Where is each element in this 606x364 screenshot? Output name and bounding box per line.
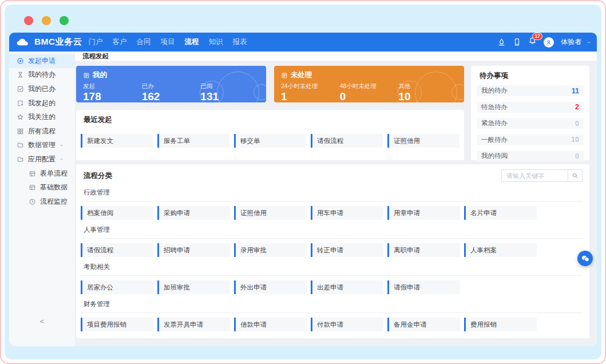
category-item[interactable]: 费用报销 <box>464 318 537 331</box>
category-section: 考勤相关居家办公加班审批外出申请出差申请请假申请 <box>81 263 583 294</box>
category-name: 人事管理 <box>84 225 583 234</box>
todo-rows: 我的待办11特急待办2紧急待办0一般待办10我的待阅0 <box>477 85 584 161</box>
logo: BMC业务云 <box>16 36 82 48</box>
sidebar-item[interactable]: 基础数据 <box>9 180 75 195</box>
sidebar-item[interactable]: 表单流程 <box>9 167 75 181</box>
nav-item[interactable]: 门户 <box>89 37 103 47</box>
sidebar-item[interactable]: 我关注的 <box>9 110 75 124</box>
avatar[interactable] <box>544 37 554 48</box>
category-item[interactable]: 招聘申请 <box>157 243 230 257</box>
nav-item[interactable]: 知识 <box>209 37 223 47</box>
app-body: 发起申请我的待办我的已办我发起的我关注的所有流程数据管理应用配置表单流程基础数据… <box>9 52 597 346</box>
sidebar-item-label: 我的已办 <box>28 84 56 94</box>
sidebar-item[interactable]: 我发起的 <box>9 96 75 110</box>
category-item[interactable]: 加班审批 <box>157 280 230 294</box>
chevron-down-icon <box>58 143 65 148</box>
todo-row[interactable]: 紧急待办0 <box>477 118 584 129</box>
divider <box>81 312 583 313</box>
wechat-float-button[interactable] <box>577 251 593 266</box>
sidebar-item[interactable]: 所有流程 <box>9 124 75 139</box>
my-stats-card-title: 我的 <box>93 70 107 80</box>
category-item[interactable]: 借款申请 <box>234 318 307 331</box>
nav-item[interactable]: 报表 <box>233 37 247 47</box>
nav-item[interactable]: 合同 <box>137 37 151 47</box>
todo-row[interactable]: 我的待办11 <box>477 85 584 96</box>
sidebar-collapse-button[interactable]: < <box>9 318 75 326</box>
todo-value: 10 <box>571 136 579 144</box>
nav-item[interactable]: 流程 <box>185 37 199 47</box>
stat-col: 48小时未处理0 <box>340 82 399 102</box>
stat-value: 1 <box>281 90 340 102</box>
category-item[interactable]: 档案借阅 <box>81 206 153 220</box>
category-item[interactable]: 转正申请 <box>311 243 383 257</box>
recent-item[interactable]: 新建发文 <box>81 134 153 148</box>
maximize-window-button[interactable] <box>60 16 69 25</box>
form-icon <box>83 72 90 79</box>
sidebar-item[interactable]: 我的已办 <box>9 82 75 96</box>
sidebar-item[interactable]: 我的待办 <box>9 68 75 82</box>
notifications-button[interactable]: 17 <box>528 37 537 48</box>
sidebar-item[interactable]: 流程监控 <box>9 195 75 209</box>
category-item[interactable]: 居家办公 <box>81 280 153 294</box>
recent-item[interactable]: 服务工单 <box>157 134 229 148</box>
search-button[interactable] <box>568 169 583 182</box>
todo-panel: 待办事项 我的待办11特急待办2紧急待办0一般待办10我的待阅0 <box>471 66 589 160</box>
category-item[interactable]: 请假流程 <box>81 243 153 257</box>
user-name[interactable]: 体验者 <box>561 37 581 47</box>
category-name: 考勤相关 <box>84 263 583 271</box>
todo-value: 0 <box>575 120 579 128</box>
sidebar-item[interactable]: 应用配置 <box>9 152 75 167</box>
category-item[interactable]: 人事档案 <box>464 243 537 257</box>
chevron-down-icon[interactable] <box>586 39 592 45</box>
category-items: 请假流程招聘申请录用审批转正申请离职申请人事档案 <box>81 243 583 257</box>
folder-icon <box>17 156 24 163</box>
category-item[interactable]: 发票开具申请 <box>157 318 230 331</box>
monitor-icon <box>29 198 36 205</box>
category-item[interactable]: 请假申请 <box>387 280 460 294</box>
stat-col: 已阅131 <box>200 82 259 102</box>
minimize-window-button[interactable] <box>42 16 51 25</box>
category-item[interactable]: 项目费用报销 <box>81 318 153 331</box>
category-item[interactable]: 用车申请 <box>311 206 383 220</box>
category-item[interactable]: 外出申请 <box>234 280 307 294</box>
stat-col: 发起178 <box>83 82 142 102</box>
todo-row[interactable]: 一般待办10 <box>477 134 584 145</box>
sidebar-item-label: 我关注的 <box>28 112 56 122</box>
form-icon <box>281 72 288 79</box>
category-item[interactable]: 证照借用 <box>234 206 307 220</box>
stat-label: 24小时未处理 <box>281 82 340 90</box>
category-item[interactable]: 用章申请 <box>387 206 460 220</box>
recent-item[interactable]: 证照借用 <box>387 134 460 148</box>
sidebar-item[interactable]: 数据管理 <box>9 139 75 153</box>
category-item[interactable]: 采购申请 <box>157 206 230 220</box>
sidebar-item[interactable]: 发起申请 <box>9 54 75 68</box>
window-frame: BMC业务云 门户客户合同项目流程知识报表 17 体验者 <box>0 0 606 364</box>
nav-item[interactable]: 项目 <box>161 37 175 47</box>
category-item[interactable]: 名片申请 <box>464 206 537 220</box>
category-item[interactable]: 出差申请 <box>311 280 383 294</box>
keyword-search-input[interactable] <box>501 169 568 182</box>
category-items: 项目费用报销发票开具申请借款申请付款申请备用金申请费用报销 <box>81 318 583 331</box>
recent-item[interactable]: 请假流程 <box>311 134 383 148</box>
todo-panel-title: 待办事项 <box>480 71 584 81</box>
category-item[interactable]: 录用审批 <box>234 243 307 257</box>
recent-panel-title: 最近发起 <box>84 115 460 125</box>
category-item[interactable]: 付款申请 <box>311 318 383 331</box>
recent-item[interactable]: 移交单 <box>234 134 306 148</box>
categories-title: 流程分类 <box>84 171 112 181</box>
app-header: BMC业务云 门户客户合同项目流程知识报表 17 体验者 <box>9 33 597 52</box>
mobile-icon[interactable] <box>513 38 521 46</box>
category-item[interactable]: 备用金申请 <box>387 318 460 331</box>
stat-label: 已阅 <box>200 82 259 90</box>
todo-row[interactable]: 我的待阅0 <box>477 151 584 161</box>
unprocessed-stats-card[interactable]: 未处理 24小时未处理148小时未处理0其他10 <box>274 66 464 102</box>
theme-icon[interactable] <box>497 38 506 46</box>
stat-col: 24小时未处理1 <box>281 82 340 102</box>
my-stats-card[interactable]: 我的 发起178已办162已阅131 <box>76 66 266 102</box>
recent-items: 新建发文服务工单移交单请假流程证照借用 <box>81 134 460 148</box>
category-item[interactable]: 离职申请 <box>387 243 460 257</box>
todo-row[interactable]: 特急待办2 <box>477 102 584 113</box>
close-window-button[interactable] <box>24 16 33 25</box>
nav-item[interactable]: 客户 <box>113 37 127 47</box>
todo-label: 紧急待办 <box>481 119 508 128</box>
